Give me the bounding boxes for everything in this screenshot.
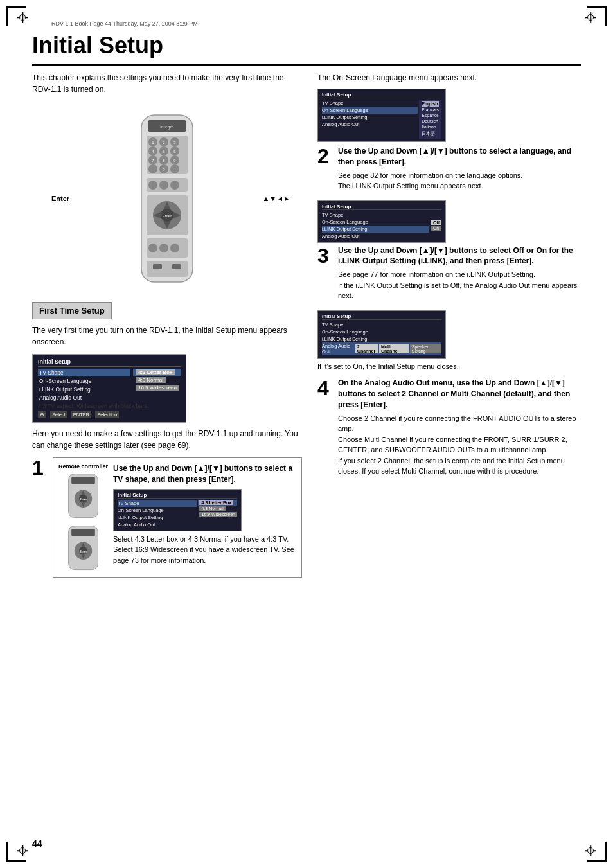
svg-point-25	[170, 164, 179, 173]
step-2: 2 Use the Up and Down [▲]/[▼] buttons to…	[317, 146, 581, 191]
am-language: On-Screen Language	[322, 328, 441, 335]
svg-text:Enter: Enter	[80, 498, 87, 501]
mrow-ilink-s1: i.LINK Output Setting	[118, 514, 197, 521]
step-1-body: Select 4:3 Letter box or 4:3 Normal if y…	[113, 534, 296, 566]
right-column: The On-Screen Language menu appears next…	[317, 72, 581, 592]
svg-rect-44	[172, 264, 181, 269]
step-1-number: 1	[32, 457, 48, 478]
lm-analog: Analog Audio Out	[322, 121, 418, 128]
remote-image-area: Enter integra 1 2 3 4 5	[32, 105, 302, 292]
step-4: 4 On the Analog Audio Out menu, use the …	[317, 378, 581, 476]
step-2-title: Use the Up and Down [▲]/[▼] buttons to s…	[338, 146, 581, 168]
lang-italiano: Italiano	[422, 124, 439, 130]
step-1: 1 Remote controller Enter	[32, 457, 302, 583]
lang-japanese: 日本語	[422, 130, 439, 137]
mrow-analog-s1: Analog Audio Out	[118, 521, 197, 528]
file-info: RDV-1.1 Book Page 44 Thursday, May 27, 2…	[51, 21, 198, 27]
remote-mini-1: Enter	[66, 472, 101, 519]
step-1-content: Remote controller Enter	[53, 457, 302, 583]
reg-mark-tr	[585, 12, 596, 23]
step-3-content: Use the Up and Down [▲]/[▼] buttons to s…	[338, 245, 581, 301]
ilink-off: Off	[431, 220, 441, 225]
intro-text: This chapter explains the settings you n…	[32, 72, 302, 95]
svg-text:integra: integra	[160, 125, 174, 130]
am-analog: Analog Audio Out 2 Channel Multi Channel…	[322, 342, 441, 355]
im-language: On-Screen Language	[322, 218, 429, 226]
step-3-title: Use the Up and Down [▲]/[▼] buttons to s…	[338, 245, 581, 267]
page-number: 44	[32, 838, 42, 849]
step-4-number: 4	[317, 378, 333, 398]
lang-deutsch: Deutsch	[422, 118, 439, 124]
menu-title: Initial Setup	[38, 359, 181, 367]
step-3: 3 Use the Up and Down [▲]/[▼] buttons to…	[317, 245, 581, 301]
lang-menu-title: Initial Setup	[322, 92, 441, 98]
reg-mark-tl	[17, 12, 28, 23]
initial-setup-menu: Initial Setup TV Shape On-Screen Languag…	[32, 354, 186, 423]
svg-point-27	[148, 181, 157, 190]
opt-2ch: 2 Channel	[355, 344, 378, 353]
mrow-tvshape-s1: TV Shape	[118, 500, 197, 507]
svg-rect-43	[153, 264, 162, 269]
lang-list: English Français Español Deutsch Italian…	[419, 100, 441, 139]
im-analog: Analog Audio Out	[322, 233, 429, 240]
ilink-menu-mockup: Initial Setup TV Shape On-Screen Languag…	[317, 200, 446, 243]
ilink-menu-title: Initial Setup	[322, 204, 441, 210]
mopt-norm: 4:3 Normal	[198, 506, 237, 511]
svg-point-39	[148, 244, 157, 252]
lm-ilink: i.LINK Output Setting	[322, 114, 418, 121]
menu-row-tvshape: TV Shape	[38, 369, 130, 376]
reg-mark-br	[585, 845, 596, 856]
step-4-content: On the Analog Audio Out menu, use the Up…	[338, 378, 581, 476]
step1-remote-area: Remote controller Enter	[58, 463, 108, 572]
remote-svg: integra 1 2 3 4 5 6 7 8 9	[109, 109, 225, 288]
enter-label: Enter	[51, 195, 69, 202]
right-intro: The On-Screen Language menu appears next…	[317, 72, 581, 84]
mopt-lb: 4:3 Letter Box	[198, 500, 237, 506]
first-time-setup-heading: First Time Setup	[32, 302, 112, 319]
am-tvshape: TV Shape	[322, 321, 441, 328]
opt-letterbox: 4:3 Letter Box	[133, 369, 181, 376]
lm-language: On-Screen Language	[322, 107, 418, 114]
if-on-text: If it's set to On, the Initial Setup men…	[317, 361, 581, 372]
menu-row-language: On-Screen Language	[38, 377, 130, 385]
svg-point-22	[148, 164, 157, 173]
lang-francais: Français	[422, 107, 439, 112]
step-2-number: 2	[317, 146, 333, 166]
left-column: This chapter explains the settings you n…	[32, 72, 302, 592]
first-time-desc: The very first time you turn on the RDV-…	[32, 324, 302, 348]
opt-widescreen: 16:9 Widescreen	[133, 384, 181, 391]
step-4-body: Choose 2 Channel if you're connecting th…	[338, 413, 581, 477]
svg-point-41	[170, 244, 179, 252]
step-3-number: 3	[317, 245, 333, 266]
menu-row-ilink: i.LINK Output Setting	[38, 385, 130, 393]
lang-english: English	[422, 101, 439, 107]
step-1-title: Use the Up and Down [▲]/[▼] buttons to s…	[113, 463, 296, 485]
menu-footer: ⊕SelectENTERSelection	[38, 411, 181, 418]
opt-multi: Multi Channel	[379, 344, 409, 353]
analog-menu-mockup: Initial Setup TV Shape On-Screen Languag…	[317, 310, 446, 359]
analog-options: 2 Channel Multi Channel Speaker Setting	[355, 344, 441, 353]
svg-text:Enter: Enter	[163, 214, 172, 218]
svg-rect-42	[147, 261, 188, 277]
svg-point-40	[159, 244, 168, 252]
analog-menu-title: Initial Setup	[322, 314, 441, 320]
svg-text:Enter: Enter	[80, 550, 87, 553]
remote-mini-2: Enter	[66, 524, 101, 571]
opt-speaker: Speaker Setting	[410, 344, 441, 353]
step1-right: Use the Up and Down [▲]/[▼] buttons to s…	[113, 463, 296, 572]
page: RDV-1.1 Book Page 44 Thursday, May 27, 2…	[0, 0, 613, 868]
svg-rect-53	[71, 529, 95, 536]
lang-espanol: Español	[422, 112, 439, 118]
im-ilink: i.LINK Output Setting	[322, 226, 429, 233]
step1-menu: Initial Setup TV Shape On-Screen Languag…	[113, 489, 242, 531]
lm-tvshape: TV Shape	[322, 100, 418, 107]
here-text: Here you need to make a few settings to …	[32, 428, 302, 451]
ilink-on: On	[431, 226, 441, 231]
mopt-wide: 16:9 Widescreen	[198, 511, 237, 517]
svg-point-28	[159, 181, 168, 190]
remote-label: Remote controller	[58, 463, 108, 470]
opt-normal: 4:3 Normal	[133, 376, 181, 384]
step-2-content: Use the Up and Down [▲]/[▼] buttons to s…	[338, 146, 581, 191]
step1-inner-box: Remote controller Enter	[53, 457, 302, 578]
am-ilink: i.LINK Output Setting	[322, 335, 441, 342]
